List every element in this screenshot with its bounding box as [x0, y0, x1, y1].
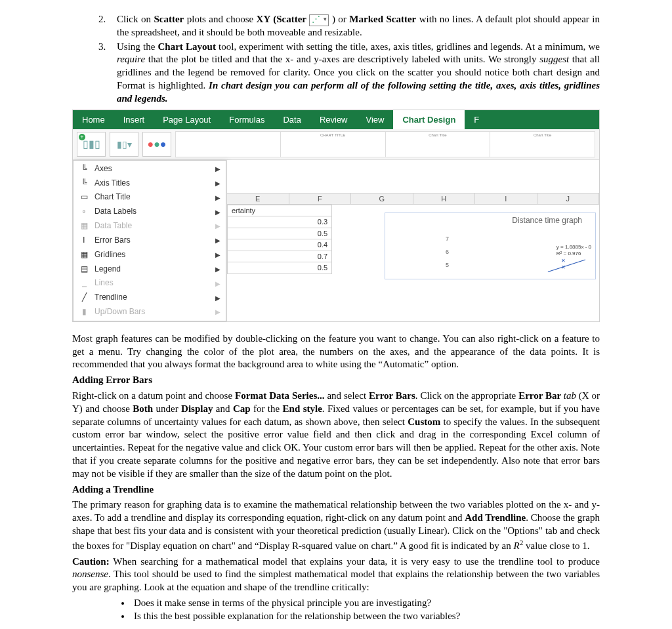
data-labels-icon: ▫ [79, 207, 89, 217]
paragraph: The primary reason for graphing data is … [72, 498, 600, 552]
chart-style-gallery[interactable]: CHART TITLE Chart Title Chart Title [175, 131, 595, 157]
menu-error-bars[interactable]: ⅠError Bars▶ [74, 233, 226, 248]
chart-icon: ▮▯▾ [117, 138, 132, 150]
menu-chart-title[interactable]: ▭Chart Title▶ [74, 190, 226, 205]
embedded-chart[interactable]: Distance time graph 7 6 5 y = 1.8885x - … [385, 213, 596, 279]
t: for the [251, 403, 283, 414]
tab-formulas[interactable]: Formulas [220, 110, 274, 129]
menu-label: Legend [94, 264, 121, 275]
chart-title: Distance time graph [385, 213, 595, 226]
cell[interactable]: 0.3 [227, 216, 332, 228]
data-table-icon: ▦ [79, 221, 89, 232]
tab-view[interactable]: View [357, 110, 394, 129]
menu-label: Trendline [94, 293, 127, 303]
t: When searching for a mathematical model … [110, 556, 600, 567]
gridlines-icon: ▦ [79, 250, 89, 260]
tab-page-layout[interactable]: Page Layout [154, 110, 220, 129]
col-header[interactable]: H [413, 193, 476, 205]
bullet: Is this the best possible explanation fo… [131, 610, 600, 623]
menu-data-labels[interactable]: ▫Data Labels▶ [74, 205, 226, 219]
palette-icon: ●●● [147, 137, 166, 151]
chevron-right-icon: ▶ [215, 236, 220, 245]
bullet: Does it make sense in terms of the physi… [131, 597, 600, 610]
t: Cap [233, 403, 251, 414]
menu-gridlines[interactable]: ▦Gridlines▶ [74, 248, 226, 262]
menu-legend[interactable]: ▤Legend▶ [74, 262, 226, 277]
t: Error Bar [518, 390, 564, 401]
ribbon-tabs: Home Insert Page Layout Formulas Data Re… [73, 110, 599, 129]
updown-bars-icon: ▮ [79, 307, 89, 317]
chart-style-thumb[interactable]: CHART TITLE [281, 131, 386, 157]
menu-label: Axes [94, 164, 112, 174]
t: that the plot be titled and that the x- … [145, 54, 539, 64]
col-header[interactable]: G [351, 193, 413, 205]
chart-style-thumb[interactable] [175, 131, 281, 157]
t: Using the [117, 41, 158, 52]
instruction-number: 2. [98, 13, 117, 39]
chevron-right-icon: ▶ [215, 193, 220, 202]
cell[interactable]: 0.7 [227, 251, 332, 263]
uncertainty-column: ertainty 0.3 0.5 0.4 0.7 0.5 [227, 205, 332, 274]
column-headers: E F G H I J [227, 193, 599, 205]
add-chart-element-button[interactable]: + ▯▮▯ [77, 132, 106, 157]
menu-trendline[interactable]: ╱Trendline▶ [74, 291, 226, 305]
eq-line: y = 1.8885x - 0 [556, 244, 591, 250]
tab-home[interactable]: Home [73, 110, 114, 129]
cell[interactable]: 0.5 [227, 228, 332, 240]
tab-chart-design[interactable]: Chart Design [393, 110, 465, 129]
t: Chart Layout [158, 41, 216, 52]
instruction-3: 3. Using the Chart Layout tool, experime… [98, 41, 600, 106]
chevron-right-icon: ▶ [215, 265, 220, 274]
t: Marked Scatter [349, 14, 416, 24]
col-header[interactable]: J [537, 193, 600, 205]
quick-layout-button[interactable]: ▮▯▾ [110, 132, 138, 157]
trendline-icon: ╱ [79, 293, 89, 303]
error-bars-icon: Ⅰ [79, 235, 89, 246]
t: tab [564, 390, 576, 401]
eq-line: R² = 0.976 [556, 251, 581, 256]
t: . This tool should be used to find the s… [72, 569, 600, 592]
spreadsheet-area: E F G H I J ertainty 0.3 0.5 0.4 0.7 0.5… [226, 160, 599, 321]
menu-label: Data Labels [94, 207, 136, 217]
chart-style-thumb[interactable]: Chart Title [386, 131, 491, 157]
chevron-right-icon: ▶ [215, 251, 220, 259]
tab-review[interactable]: Review [310, 110, 357, 129]
tab-data[interactable]: Data [274, 110, 310, 129]
cell[interactable]: 0.4 [227, 239, 332, 251]
change-colors-button[interactable]: ●●● [142, 132, 171, 157]
menu-axis-titles[interactable]: ╚Axis Titles▶ [74, 176, 226, 191]
trendline-graphic [548, 260, 587, 274]
menu-label: Axis Titles [94, 178, 130, 189]
col-header[interactable]: F [289, 193, 352, 205]
cell[interactable]: 0.5 [227, 262, 332, 274]
t: Click on [117, 14, 154, 24]
t: R [514, 540, 520, 551]
col-header[interactable]: E [227, 193, 289, 205]
t: Custom [408, 416, 440, 427]
y-tick: 5 [446, 262, 449, 270]
t: ) or [329, 14, 349, 24]
chevron-right-icon: ▶ [215, 308, 220, 316]
t: plots and choose [184, 14, 256, 24]
menu-label: Up/Down Bars [94, 307, 145, 317]
cell[interactable]: ertainty [227, 205, 332, 217]
ribbon-toolbar: + ▯▮▯ ▮▯▾ ●●● CHART TITLE Chart Title Ch… [73, 129, 599, 160]
caution-bullet-list: Does it make sense in terms of the physi… [131, 597, 600, 623]
trendline-equation: y = 1.8885x - 0 R² = 0.976 [556, 244, 591, 258]
thumb-label: Chart Title [386, 133, 490, 138]
instruction-2: 2. Click on Scatter plots and choose XY … [98, 13, 600, 39]
bar-chart-icon: ▯▮▯ [83, 137, 100, 151]
menu-up-down-bars: ▮Up/Down Bars▶ [74, 305, 226, 319]
t: tool, experiment with setting the title,… [216, 41, 600, 52]
plus-icon: + [79, 134, 85, 140]
heading-trendline: Adding a Trendline [72, 483, 600, 497]
excel-ribbon-screenshot: Home Insert Page Layout Formulas Data Re… [72, 110, 600, 322]
t: XY (Scatter [257, 14, 306, 24]
tab-format-partial[interactable]: F [465, 110, 488, 129]
col-header[interactable]: I [475, 193, 537, 205]
t: Both [133, 403, 153, 414]
tab-insert[interactable]: Insert [114, 110, 154, 129]
menu-label: Lines [94, 278, 114, 289]
menu-axes[interactable]: ╚Axes▶ [74, 162, 226, 176]
chart-style-thumb[interactable]: Chart Title [490, 131, 595, 157]
